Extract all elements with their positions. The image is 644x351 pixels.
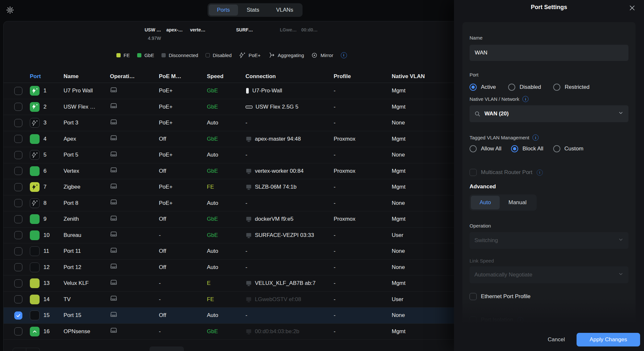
port-name: Velux KLF [64,280,110,287]
profile: - [334,280,392,287]
row-checkbox[interactable] [14,119,22,127]
operation-cell [110,167,159,175]
client-icon [245,232,252,238]
radio-circle[interactable] [511,145,518,152]
connection-name: 00:d0:b4:03:be:2b [255,328,299,335]
connection-cell: SLZB-06M 74:1b [245,184,334,190]
operation-cell [110,279,159,287]
connection-name: apex-master 94:48 [255,136,301,142]
pagination-next-button[interactable] [26,348,40,351]
client-icon [245,136,252,142]
port-isolation-checkbox[interactable]: Port Isolation i [470,316,628,323]
port-isolation-label: Port Isolation [481,317,513,323]
radio-port-restricted[interactable]: Restricted [553,84,590,91]
pagination-buttons[interactable] [13,348,40,351]
settings-gear-icon[interactable] [5,5,15,15]
radio-circle[interactable] [470,145,477,152]
device-icon [110,119,117,125]
row-checkbox[interactable] [14,327,22,335]
radio-port-active[interactable]: Active [470,84,496,91]
port-number: 10 [43,232,64,239]
client-icon [245,184,252,190]
pagination-prev-button[interactable] [13,348,26,351]
ethernet-port-profile-label: Ethernet Port Profile [481,293,531,300]
close-icon[interactable] [628,4,636,11]
radio-circle[interactable] [553,84,560,91]
segment-manual[interactable]: Manual [500,196,535,209]
connection-cell: VELUX_KLF_AB7B ab:7 [245,280,334,287]
row-checkbox[interactable] [14,167,22,175]
tab-ports[interactable]: Ports [209,5,238,16]
profile: - [334,88,392,94]
radio-port-disabled[interactable]: Disabled [508,84,541,91]
tagged-vlan-info-icon[interactable]: i [532,135,539,141]
pagination-page-indicator[interactable] [149,346,184,351]
row-checkbox[interactable] [14,231,22,239]
radio-circle[interactable] [470,84,477,91]
segment-auto[interactable]: Auto [471,196,500,209]
device-label: apex-… [166,27,183,32]
cancel-button[interactable]: Cancel [548,336,565,343]
port-status-icon-gbe [30,214,40,224]
legend-item-info[interactable]: i [341,52,347,58]
column-header-profile[interactable]: Profile [334,73,392,80]
row-checkbox[interactable] [14,135,22,143]
row-checkbox[interactable] [14,199,22,207]
connection-name: vertex-worker 00:84 [255,168,304,174]
port-speed: E [207,280,245,287]
column-header-connection[interactable]: Connection [245,73,334,80]
connection-name: USW Flex 2.5G 5 [256,104,298,110]
radio-tagged-allow-all[interactable]: Allow All [470,145,501,152]
checkbox-box[interactable] [470,169,477,176]
connection-cell: dockerVM f9:e5 [245,216,334,222]
legend-swatch [161,53,166,57]
port-number: 8 [43,200,64,206]
connection-cell: LGwebOSTV ef:08 [245,296,334,303]
row-checkbox[interactable] [14,151,22,159]
row-checkbox[interactable] [14,87,22,95]
row-checkbox[interactable] [14,247,22,255]
profile: - [334,328,392,335]
checkbox-box[interactable] [470,316,477,323]
legend-info-icon[interactable]: i [341,52,347,58]
column-header-name[interactable]: Name [64,73,110,80]
tab-vlans[interactable]: VLANs [268,5,301,16]
ethernet-port-profile-checkbox[interactable]: Ethernet Port Profile [470,293,628,300]
apply-changes-button[interactable]: Apply Changes [577,333,640,346]
column-header-port[interactable]: Port [30,73,64,80]
row-checkbox[interactable] [14,103,22,111]
device-label: LGwe… [280,27,297,32]
row-checkbox[interactable] [14,295,22,303]
legend-item-poe-: PoE+ [239,52,260,58]
column-header-poe-m-[interactable]: PoE M… [159,73,207,80]
multicast-info-icon[interactable]: i [537,170,543,176]
row-checkbox[interactable] [14,215,22,223]
checkbox-box[interactable] [470,293,477,300]
port-speed: GbE [207,216,245,222]
native-vlan-select[interactable]: WAN (20) [470,105,628,122]
row-checkbox[interactable] [14,279,22,287]
column-header-speed[interactable]: Speed [207,73,245,80]
native-vlan-info-icon[interactable]: i [522,96,529,102]
column-header-operati-[interactable]: Operati… [110,73,159,80]
legend-item-fe: FE [116,53,130,58]
row-checkbox[interactable] [14,263,22,271]
device-icon [110,151,117,158]
name-label: Name [470,35,628,41]
radio-circle[interactable] [553,145,560,152]
legend-label: Mirror [320,53,333,58]
radio-label: Active [481,84,496,90]
radio-tagged-block-all[interactable]: Block All [511,145,543,152]
port-isolation-info-icon[interactable]: i [517,317,523,323]
row-checkbox[interactable] [14,183,22,191]
multicast-router-port-checkbox[interactable]: Multicast Router Port i [470,169,628,176]
row-checkbox[interactable] [14,311,22,320]
radio-circle[interactable] [508,84,515,91]
port-status-icon-poe-active [30,182,40,192]
name-input[interactable]: WAN [470,45,628,61]
profile: - [334,248,392,254]
poe-mode: Off [159,136,207,142]
radio-tagged-custom[interactable]: Custom [553,145,584,152]
tab-stats[interactable]: Stats [239,5,268,16]
profile: - [334,296,392,303]
